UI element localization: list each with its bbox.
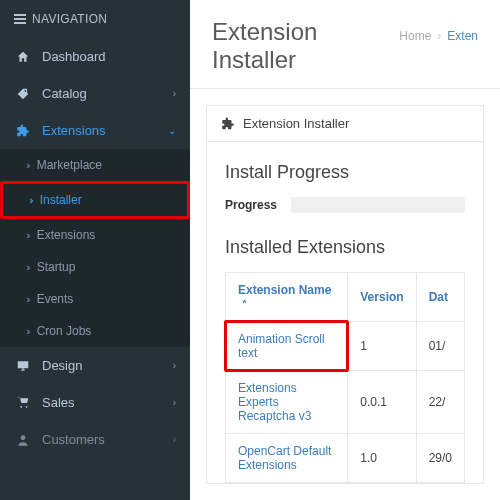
- submenu-item-events[interactable]: ›› Events: [0, 283, 190, 315]
- nav-header-label: NAVIGATION: [32, 12, 107, 26]
- sidebar-item-label: Catalog: [42, 86, 87, 101]
- panel-head-title: Extension Installer: [243, 116, 349, 131]
- sidebar-item-design[interactable]: Design ›: [0, 347, 190, 384]
- extension-version: 1: [348, 322, 416, 371]
- chevron-right-icon: ›: [173, 434, 176, 445]
- sidebar-item-sales[interactable]: Sales ›: [0, 384, 190, 421]
- chevron-down-icon: ⌄: [168, 125, 176, 136]
- progress-bar: [291, 197, 465, 213]
- svg-point-0: [21, 435, 26, 440]
- submenu-item-extensions[interactable]: ›› Extensions: [0, 219, 190, 251]
- extension-date: 01/: [416, 322, 464, 371]
- panel: Extension Installer Install Progress Pro…: [206, 105, 484, 484]
- cart-icon: [14, 396, 32, 410]
- progress-title: Install Progress: [225, 162, 465, 183]
- user-icon: [14, 433, 32, 447]
- extensions-submenu: ›› Marketplace ›› Installer ›› Extension…: [0, 149, 190, 347]
- sidebar-item-label: Sales: [42, 395, 75, 410]
- sort-asc-icon: ˄: [242, 299, 247, 310]
- sidebar-item-label: Dashboard: [42, 49, 106, 64]
- col-date[interactable]: Dat: [416, 273, 464, 322]
- breadcrumb-home[interactable]: Home: [399, 29, 431, 43]
- sidebar-item-dashboard[interactable]: Dashboard: [0, 38, 190, 75]
- extension-link[interactable]: Animation Scroll text: [238, 332, 325, 360]
- home-icon: [14, 50, 32, 64]
- extension-date: 29/0: [416, 434, 464, 483]
- chevron-right-icon: ›: [173, 360, 176, 371]
- submenu-item-label: Startup: [37, 260, 76, 274]
- chevron-double-icon: ››: [29, 195, 32, 206]
- puzzle-icon: [221, 117, 235, 131]
- submenu-item-label: Installer: [40, 193, 82, 207]
- submenu-item-marketplace[interactable]: ›› Marketplace: [0, 149, 190, 181]
- chevron-double-icon: ››: [26, 160, 29, 171]
- sidebar: NAVIGATION Dashboard Catalog › Ex: [0, 0, 190, 500]
- chevron-double-icon: ››: [26, 230, 29, 241]
- monitor-icon: [14, 359, 32, 373]
- extension-version: 1.0: [348, 434, 416, 483]
- nav-header: NAVIGATION: [0, 0, 190, 38]
- submenu-item-label: Marketplace: [37, 158, 102, 172]
- extension-date: 22/: [416, 371, 464, 434]
- hamburger-icon[interactable]: [14, 14, 26, 24]
- puzzle-icon: [14, 124, 32, 138]
- submenu-item-installer[interactable]: ›› Installer: [0, 181, 190, 219]
- table-row: Extensions Experts Recaptcha v3 0.0.1 22…: [226, 371, 465, 434]
- chevron-double-icon: ››: [26, 294, 29, 305]
- submenu-item-cron-jobs[interactable]: ›› Cron Jobs: [0, 315, 190, 347]
- col-name[interactable]: Extension Name ˄: [226, 273, 348, 322]
- col-version[interactable]: Version: [348, 273, 416, 322]
- breadcrumb-separator-icon: ›: [437, 29, 441, 43]
- topbar: Extension Installer Home › Exten: [190, 0, 500, 89]
- sidebar-menu: Dashboard Catalog › Extensions ⌄ ››: [0, 38, 190, 458]
- extension-link[interactable]: Extensions Experts Recaptcha v3: [238, 381, 311, 423]
- breadcrumb-current[interactable]: Exten: [447, 29, 478, 43]
- extensions-table: Extension Name ˄ Version Dat Animation S…: [225, 272, 465, 483]
- panel-body: Install Progress Progress Installed Exte…: [207, 142, 483, 484]
- chevron-right-icon: ›: [173, 88, 176, 99]
- chevron-double-icon: ››: [26, 262, 29, 273]
- chevron-double-icon: ››: [26, 326, 29, 337]
- submenu-item-label: Cron Jobs: [37, 324, 92, 338]
- sidebar-item-extensions[interactable]: Extensions ⌄: [0, 112, 190, 149]
- extension-link[interactable]: OpenCart Default Extensions: [238, 444, 331, 472]
- table-row: Animation Scroll text 1 01/: [226, 322, 465, 371]
- chevron-right-icon: ›: [173, 397, 176, 408]
- submenu-item-label: Extensions: [37, 228, 96, 242]
- sidebar-item-customers[interactable]: Customers ›: [0, 421, 190, 458]
- installed-title: Installed Extensions: [225, 237, 465, 258]
- submenu-item-label: Events: [37, 292, 74, 306]
- sidebar-item-label: Design: [42, 358, 82, 373]
- sidebar-item-label: Customers: [42, 432, 105, 447]
- extension-version: 0.0.1: [348, 371, 416, 434]
- progress-row: Progress: [225, 197, 465, 213]
- tag-icon: [14, 87, 32, 101]
- submenu-item-startup[interactable]: ›› Startup: [0, 251, 190, 283]
- main-content: Extension Installer Home › Exten Extensi…: [190, 0, 500, 500]
- panel-head: Extension Installer: [207, 106, 483, 142]
- sidebar-item-label: Extensions: [42, 123, 106, 138]
- table-row: OpenCart Default Extensions 1.0 29/0: [226, 434, 465, 483]
- page-title: Extension Installer: [212, 18, 385, 74]
- breadcrumb: Home › Exten: [399, 29, 478, 43]
- sidebar-item-catalog[interactable]: Catalog ›: [0, 75, 190, 112]
- progress-label: Progress: [225, 198, 277, 212]
